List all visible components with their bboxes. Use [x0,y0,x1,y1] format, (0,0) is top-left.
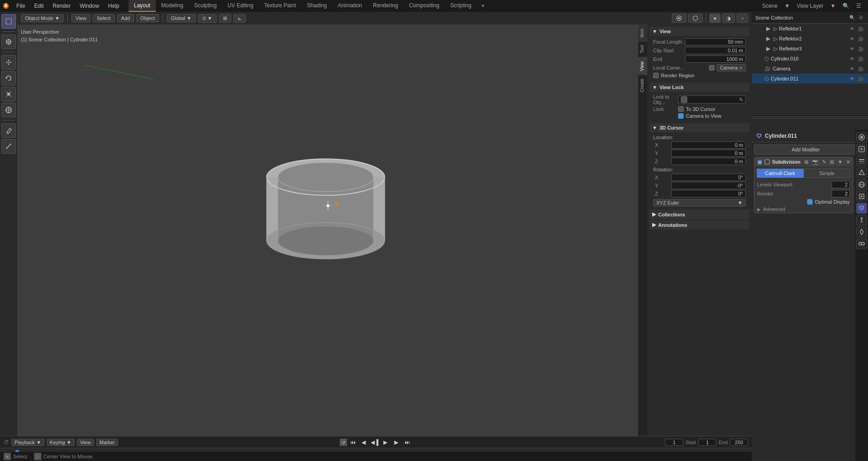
material-shading[interactable]: ◑ [722,14,735,23]
next-frame-btn[interactable]: ▶ [392,437,402,447]
tab-animation[interactable]: Animation [332,0,367,12]
jump-end-btn[interactable]: ⏭ [402,437,412,447]
cyl011-visibility[interactable]: 👁 [848,75,856,82]
menu-render[interactable]: Render [48,0,75,12]
tool-move[interactable] [1,55,16,70]
reflektor3-visibility[interactable]: 👁 [848,45,856,52]
annotations-header[interactable]: ▶ Annotations [650,220,749,230]
cyl010-visibility[interactable]: 👁 [848,55,856,62]
tab-scripting[interactable]: Scripting [445,0,477,12]
header-search[interactable]: 🔍 [840,3,852,9]
marker-dropdown[interactable]: Marker [96,439,118,446]
reflektor3-render[interactable]: 🎥 [857,45,864,52]
outliner-item-cylinder011[interactable]: ⬡ Cylinder.011 👁 🎥 [752,74,868,84]
tab-shading[interactable]: Shading [302,0,332,12]
render-levels-value[interactable]: 2 [832,190,850,197]
outliner-item-camera[interactable]: 🎥 Camera 👁 🎥 [752,64,868,74]
modifier-cage-btn[interactable]: ⊞ [829,159,835,165]
prev-frame-btn[interactable]: ◀ [359,437,369,447]
tool-cursor[interactable] [1,35,16,49]
solid-shading[interactable]: ● [709,14,721,23]
rendered-shading[interactable]: ○ [737,14,748,23]
menu-window[interactable]: Window [75,0,104,12]
view-dropdown[interactable]: View [77,439,94,446]
clip-start-value[interactable]: 0.01 m [685,47,746,54]
modifier-close-btn[interactable]: ✕ [845,159,851,165]
playback-dropdown[interactable]: Playback ▼ [11,439,45,446]
viewport-select-menu[interactable]: Select [93,14,115,22]
prop-tab-modifiers[interactable] [856,203,867,214]
clip-end-value[interactable]: 1000 m [685,55,746,63]
tab-uv-editing[interactable]: UV Editing [222,0,259,12]
modifier-render-btn[interactable]: 📷 [811,159,819,165]
tab-layout[interactable]: Layout [129,0,156,12]
reflektor1-visibility[interactable]: 👁 [848,25,856,32]
prop-tab-particles[interactable] [856,215,867,225]
tab-compositing[interactable]: Compositing [403,0,445,12]
cursor-y-value[interactable]: 0 m [671,150,746,157]
cursor-rz-value[interactable]: 0° [671,190,746,197]
play-btn[interactable]: ▶ [381,437,391,447]
timeline-type-icon[interactable]: ⏱ [4,439,9,446]
tab-rendering[interactable]: Rendering [367,0,403,12]
reflektor2-visibility[interactable]: 👁 [848,35,856,42]
object-mode-dropdown[interactable]: Object Mode ▼ [21,14,64,22]
modifier-realtime-btn[interactable]: 🖥 [803,159,809,165]
view-layer-menu[interactable]: ▼ [828,3,838,9]
viewport-object-menu[interactable]: Object [136,14,159,22]
camera-dropdown[interactable]: Camera ✕ [717,64,746,71]
render-region-checkbox[interactable] [653,73,659,78]
cursor-x-value[interactable]: 0 m [671,141,746,149]
outliner-search-btn[interactable]: 🔍 [848,14,856,21]
tab-texture-paint[interactable]: Texture Paint [259,0,302,12]
local-camera-checkbox[interactable] [709,65,714,70]
start-frame-input[interactable]: 1 [698,439,716,446]
reflektor1-render[interactable]: 🎥 [857,25,864,32]
prop-tab-constraints[interactable] [856,238,867,249]
tool-rotate[interactable] [1,71,16,85]
n-tab-tool[interactable]: Tool [638,41,647,57]
outliner-item-reflektor3[interactable]: ▶ ▷ Reflektor3 👁 🎥 [752,44,868,54]
timeline-loop-btn[interactable]: ↺ [340,439,347,446]
prop-tab-object[interactable] [856,191,867,202]
catmull-clark-tab[interactable]: Catmull-Clark [757,169,804,178]
view-section-header[interactable]: ▼ View [650,27,749,36]
tool-annotate[interactable] [1,123,16,138]
view-lock-header[interactable]: ▼ View Lock [650,83,749,92]
prop-tab-render[interactable] [856,132,867,143]
prop-tab-physics[interactable] [856,226,867,237]
tool-select-box[interactable] [1,14,16,29]
menu-help[interactable]: Help [104,0,124,12]
cursor-ry-value[interactable]: -0° [671,182,746,189]
tool-transform[interactable] [1,103,16,117]
prop-tab-scene[interactable] [856,167,867,178]
overlay-btn[interactable] [672,14,686,23]
jump-start-btn[interactable]: ⏮ [348,437,358,447]
outliner-filter-btn[interactable]: ☰ [857,14,864,21]
n-tab-item[interactable]: Item [638,25,647,41]
add-workspace-btn[interactable]: + [477,0,489,12]
outliner-item-reflektor2[interactable]: ▶ ▷ Reflektor2 👁 🎥 [752,34,868,44]
engine-selector[interactable]: ▼ [782,3,792,9]
cam-render[interactable]: 🎥 [857,65,864,72]
xray-btn[interactable] [688,14,703,23]
add-modifier-btn[interactable]: Add Modifier [754,145,855,155]
snap-btn[interactable]: ⊞ [219,14,231,23]
menu-edit[interactable]: Edit [30,0,48,12]
rotation-mode-dropdown[interactable]: XYZ Euler ▼ [653,199,746,206]
levels-viewport-value[interactable]: 2 [832,181,850,188]
viewport-view-menu[interactable]: View [71,14,90,22]
tool-measure[interactable] [1,139,16,154]
collections-header[interactable]: ▶ Collections [650,210,749,219]
cam-visibility[interactable]: 👁 [848,65,856,72]
lock-to-obj-value[interactable]: ✎ [678,95,746,104]
tab-modeling[interactable]: Modeling [156,0,189,12]
cursor-rx-value[interactable]: 0° [671,174,746,181]
prop-tab-output[interactable] [856,144,867,155]
camera-to-view-checkbox[interactable] [678,113,684,119]
play-reverse-btn[interactable]: ◀▐ [370,437,380,447]
transform-space[interactable]: Global ▼ [167,14,196,22]
cylinder-object[interactable] [253,152,398,267]
proportional-edit[interactable]: ⊾ [233,14,246,23]
cursor-z-value[interactable]: 0 m [671,158,746,165]
